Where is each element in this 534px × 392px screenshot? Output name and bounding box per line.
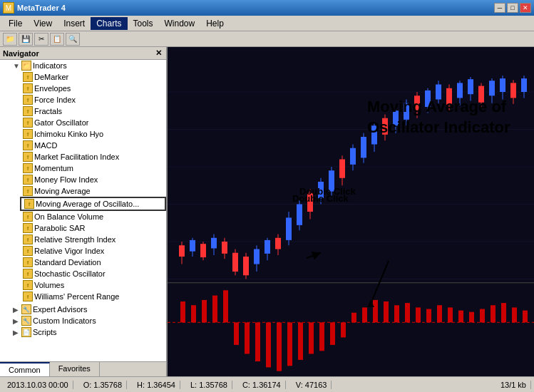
nav-item-stddev[interactable]: f Standard Deviation — [20, 257, 166, 268]
item-label: Stochastic Oscillator — [34, 269, 106, 278]
status-open: O: 1.35768 — [79, 381, 127, 389]
svg-rect-19 — [232, 253, 238, 272]
nav-item-envelopes[interactable]: f Envelopes — [20, 83, 166, 94]
nav-item-ichimoku[interactable]: f Ichimoku Kinko Hyo — [20, 128, 166, 140]
svg-rect-76 — [191, 305, 196, 322]
nav-item-rvi[interactable]: f Relative Vigor Index — [20, 245, 166, 257]
nav-item-volumes[interactable]: f Volumes — [20, 279, 166, 291]
svg-rect-82 — [255, 322, 260, 361]
svg-rect-87 — [309, 322, 314, 354]
svg-marker-110 — [367, 300, 374, 307]
svg-rect-84 — [277, 322, 282, 371]
navigator-panel: Navigator ✕ ▼ 📁 Indicators f DeMarker f … — [0, 47, 168, 376]
indicators-label: Indicators — [33, 61, 67, 70]
svg-rect-29 — [286, 217, 292, 240]
status-datetime: 2013.10.03 00:00 — [3, 381, 73, 389]
item-label: Volumes — [34, 281, 64, 289]
indicator-icon: f — [23, 152, 33, 162]
indicator-icon: f — [23, 257, 33, 267]
indicator-icon: f — [24, 199, 34, 209]
nav-item-money-flow[interactable]: f Money Flow Index — [20, 174, 166, 185]
expert-label: Expert Advisors — [33, 305, 87, 314]
nav-item-wpr[interactable]: f Williams' Percent Range — [20, 291, 166, 302]
toolbar-btn-2[interactable]: 💾 — [19, 33, 33, 46]
nav-item-fractals[interactable]: f Fractals — [20, 105, 166, 117]
nav-tree[interactable]: ▼ 📁 Indicators f DeMarker f Envelopes f … — [0, 60, 166, 361]
item-label: DeMarker — [34, 73, 68, 81]
custom-label: Custom Indicators — [33, 316, 96, 325]
item-label: Moving Average — [34, 187, 91, 195]
nav-item-parabolic[interactable]: f Parabolic SAR — [20, 222, 166, 234]
toolbar-btn-4[interactable]: 📋 — [50, 33, 64, 46]
window-controls: ─ □ ✕ — [494, 3, 531, 13]
svg-rect-25 — [265, 240, 270, 254]
svg-rect-69 — [500, 78, 505, 92]
indicator-icon: f — [23, 163, 33, 173]
svg-rect-15 — [211, 238, 217, 249]
minimize-button[interactable]: ─ — [494, 3, 505, 13]
expand-icon: ▶ — [13, 306, 20, 314]
svg-rect-13 — [200, 244, 206, 257]
item-label: Envelopes — [34, 84, 71, 93]
svg-rect-61 — [457, 83, 463, 98]
big-label: Moving Average ofOscillator Indicator — [367, 97, 510, 138]
close-button[interactable]: ✕ — [520, 3, 531, 13]
nav-item-moving-average[interactable]: f Moving Average — [20, 185, 166, 197]
svg-rect-100 — [448, 307, 453, 322]
tab-common[interactable]: Common — [0, 362, 50, 376]
nav-item-gator[interactable]: f Gator Oscillator — [20, 117, 166, 128]
menu-charts[interactable]: Charts — [91, 17, 127, 30]
navigator-header: Navigator ✕ — [0, 47, 166, 60]
nav-item-mfi[interactable]: f Market Facilitation Index — [20, 151, 166, 163]
item-label: Force Index — [34, 96, 76, 104]
menu-tools[interactable]: Tools — [128, 17, 159, 30]
svg-rect-107 — [523, 311, 528, 323]
toolbar-btn-3[interactable]: ✂ — [34, 33, 48, 46]
menu-bar: File View Insert Charts Tools Window Hel… — [0, 16, 534, 31]
menu-insert[interactable]: Insert — [58, 17, 91, 30]
menu-window[interactable]: Window — [159, 17, 201, 30]
nav-item-macd[interactable]: f MACD — [20, 140, 166, 151]
scripts-label: Scripts — [33, 328, 57, 336]
item-label: Ichimoku Kinko Hyo — [34, 130, 103, 138]
status-high: H: 1.36454 — [133, 381, 180, 389]
item-label: Market Facilitation Index — [34, 153, 119, 161]
indicator-icon: f — [23, 292, 33, 301]
tab-favorites[interactable]: Favorites — [50, 362, 100, 376]
menu-view[interactable]: View — [28, 17, 58, 30]
nav-item-stochastic[interactable]: f Stochastic Oscillator — [20, 268, 166, 279]
indicator-icon: f — [23, 212, 33, 222]
nav-item-obv[interactable]: f On Balance Volume — [20, 211, 166, 222]
nav-item-mao[interactable]: f Moving Average of Oscillato... — [20, 197, 166, 211]
navigator-close-button[interactable]: ✕ — [154, 48, 163, 58]
toolbar-btn-5[interactable]: 🔍 — [66, 33, 80, 46]
svg-rect-11 — [190, 240, 195, 252]
svg-rect-79 — [223, 290, 228, 322]
maximize-button[interactable]: □ — [507, 3, 518, 13]
scripts-section[interactable]: ▶ 📄 Scripts — [10, 326, 166, 338]
menu-file[interactable]: File — [3, 17, 28, 30]
folder-icon: 🔧 — [21, 304, 31, 314]
double-click-text: Double Click — [292, 193, 349, 204]
svg-rect-102 — [469, 312, 474, 323]
nav-item-demarker[interactable]: f DeMarker — [20, 71, 166, 83]
nav-item-momentum[interactable]: f Momentum — [20, 163, 166, 174]
nav-item-rsi[interactable]: f Relative Strength Index — [20, 234, 166, 245]
svg-rect-81 — [245, 322, 250, 354]
item-label: Gator Oscillator — [34, 118, 88, 127]
indicators-section[interactable]: ▼ 📁 Indicators — [10, 60, 166, 71]
indicator-icon: f — [23, 95, 33, 105]
navigator-tabs: Common Favorites — [0, 361, 166, 376]
expert-advisors-section[interactable]: ▶ 🔧 Expert Advisors — [10, 304, 166, 315]
nav-item-force-index[interactable]: f Force Index — [20, 94, 166, 105]
toolbar-btn-1[interactable]: 📁 — [3, 33, 17, 46]
custom-indicators-section[interactable]: ▶ 🔧 Custom Indicators — [10, 315, 166, 326]
item-label: Momentum — [34, 164, 73, 172]
menu-help[interactable]: Help — [200, 17, 230, 30]
expand-icon: ▼ — [13, 62, 20, 70]
item-label: Relative Vigor Index — [34, 247, 104, 255]
status-volume: V: 47163 — [292, 381, 332, 389]
svg-rect-63 — [468, 79, 473, 94]
svg-rect-71 — [510, 83, 516, 98]
chart-area[interactable]: Double Click Moving Average ofOscillator… — [168, 47, 534, 376]
